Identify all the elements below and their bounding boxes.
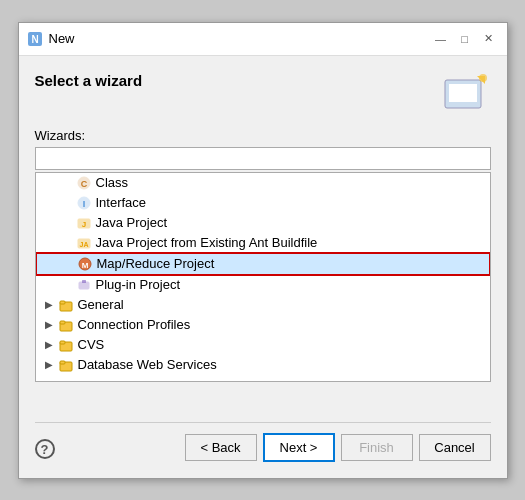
svg-rect-19: [60, 301, 65, 304]
expander-conn-icon: ▶: [42, 319, 56, 330]
svg-rect-3: [449, 84, 477, 102]
list-item[interactable]: ▶ Database Web Services: [36, 355, 490, 375]
class-icon: C: [76, 175, 92, 191]
maximize-button[interactable]: □: [455, 29, 475, 49]
java-ant-icon: JA: [76, 235, 92, 251]
expander-cvs-icon: ▶: [42, 339, 56, 350]
expander-general-icon: ▶: [42, 299, 56, 310]
interface-label: Interface: [96, 195, 147, 210]
svg-text:C: C: [80, 179, 87, 189]
main-content: Select a wizard Wizards: C: [19, 56, 507, 398]
mapreduce-label: Map/Reduce Project: [97, 256, 215, 271]
svg-text:JA: JA: [79, 241, 88, 248]
list-item[interactable]: C Class: [36, 173, 490, 193]
svg-rect-25: [60, 361, 65, 364]
window-controls: — □ ✕: [431, 29, 499, 49]
list-item[interactable]: M Map/Reduce Project: [36, 253, 490, 275]
svg-text:J: J: [81, 220, 85, 229]
wizard-tree[interactable]: C Class I Interface: [35, 172, 491, 382]
wizard-banner-icon: [439, 72, 491, 116]
plugin-icon: [76, 277, 92, 293]
database-web-label: Database Web Services: [78, 357, 217, 372]
separator: [35, 422, 491, 423]
list-item[interactable]: Plug-in Project: [36, 275, 490, 295]
interface-icon: I: [76, 195, 92, 211]
wizard-header: Select a wizard: [35, 72, 491, 116]
svg-text:M: M: [81, 261, 88, 270]
folder-cvs-icon: [58, 337, 74, 353]
svg-text:I: I: [82, 199, 85, 209]
svg-rect-21: [60, 321, 65, 324]
next-button[interactable]: Next >: [263, 433, 335, 462]
list-item[interactable]: ▶ General: [36, 295, 490, 315]
list-item[interactable]: I Interface: [36, 193, 490, 213]
list-item[interactable]: ▶ Connection Profiles: [36, 315, 490, 335]
help-button[interactable]: ?: [35, 439, 55, 459]
java-project-label: Java Project: [96, 215, 168, 230]
minimize-button[interactable]: —: [431, 29, 451, 49]
list-item[interactable]: J Java Project: [36, 213, 490, 233]
folder-db-icon: [58, 357, 74, 373]
java-ant-label: Java Project from Existing Ant Buildfile: [96, 235, 318, 250]
folder-connection-icon: [58, 317, 74, 333]
new-wizard-window: N New — □ ✕ Select a wizard Wizards:: [18, 22, 508, 479]
svg-rect-16: [79, 282, 89, 289]
button-row: < Back Next > Finish Cancel: [185, 433, 491, 466]
svg-rect-23: [60, 341, 65, 344]
connection-profiles-label: Connection Profiles: [78, 317, 191, 332]
wizard-title: Select a wizard: [35, 72, 143, 89]
folder-general-icon: [58, 297, 74, 313]
search-input[interactable]: [35, 147, 491, 170]
svg-rect-17: [82, 280, 86, 283]
plugin-label: Plug-in Project: [96, 277, 181, 292]
window-icon: N: [27, 31, 43, 47]
close-button[interactable]: ✕: [479, 29, 499, 49]
back-button[interactable]: < Back: [185, 434, 257, 461]
title-bar: N New — □ ✕: [19, 23, 507, 56]
cancel-button[interactable]: Cancel: [419, 434, 491, 461]
list-item[interactable]: ▶ CVS: [36, 335, 490, 355]
finish-button[interactable]: Finish: [341, 434, 413, 461]
mapreduce-icon: M: [77, 256, 93, 272]
bottom-area: ? < Back Next > Finish Cancel: [19, 398, 507, 478]
wizards-label: Wizards:: [35, 128, 491, 143]
general-label: General: [78, 297, 124, 312]
expander-db-icon: ▶: [42, 359, 56, 370]
svg-point-5: [479, 74, 487, 82]
window-title: New: [49, 31, 431, 46]
java-project-icon: J: [76, 215, 92, 231]
class-label: Class: [96, 175, 129, 190]
cvs-label: CVS: [78, 337, 105, 352]
list-item[interactable]: JA Java Project from Existing Ant Buildf…: [36, 233, 490, 253]
svg-text:N: N: [31, 34, 38, 45]
